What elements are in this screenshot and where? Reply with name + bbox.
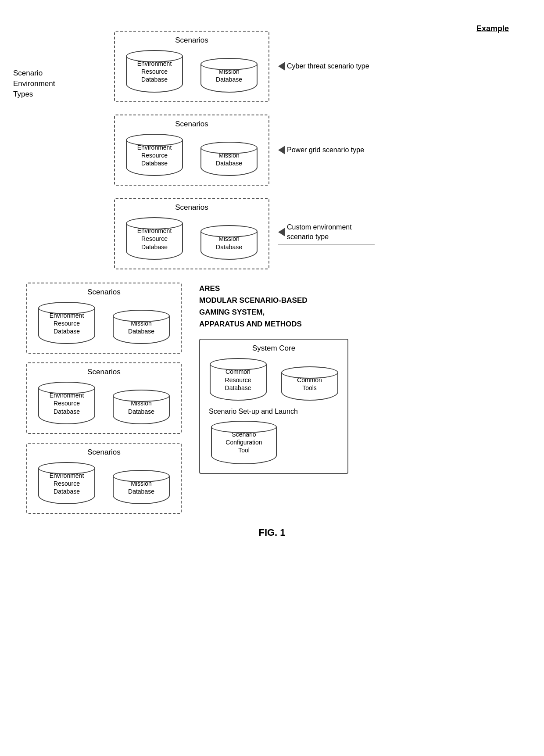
db-cylinder-common-tools: Common Tools [280,366,339,401]
scenario-row-3: Scenarios Environment Resource Database … [114,198,518,269]
cyl-top-4b [113,310,170,322]
arrow-left-1 [278,62,285,71]
db-pair-6: Environment Resource Database Mission Da… [36,462,172,505]
arrow-left-2 [278,146,285,154]
db-cylinder-common-resource: Common Resource Database [209,358,267,401]
db-cylinder-mission-3: Mission Database [198,225,260,259]
db-cylinder-env-6: Environment Resource Database [36,462,97,505]
db-cylinder-env-3: Environment Resource Database [124,217,185,260]
scenario-box-3: Scenarios Environment Resource Database … [114,198,269,269]
fig-label: FIG. 1 [26,527,518,538]
db-cylinder-env-2: Environment Resource Database [124,134,185,176]
cyl-top-6a [38,462,95,474]
cyl-top-2a [126,134,183,146]
db-pair-1: Environment Resource Database Mission Da… [124,50,260,93]
scenario-box-5: Scenarios Environment Resource Database … [26,362,182,434]
db-cylinder-env-4: Environment Resource Database [36,302,97,344]
scenario-note-2: Power grid scenario type [278,146,364,154]
db-cylinder-env-5: Environment Resource Database [36,382,97,424]
db-pair-4: Environment Resource Database Mission Da… [36,302,172,344]
cyl-top-1a [126,50,183,62]
db-cylinder-mission-6: Mission Database [111,470,172,504]
bottom-section: Scenarios Environment Resource Database … [26,283,518,514]
bottom-right: ARES MODULAR SCENARIO-BASED GAMING SYSTE… [199,283,518,514]
scenario-box-2: Scenarios Environment Resource Database … [114,115,269,186]
scenario-box-6: Scenarios Environment Resource Database … [26,443,182,514]
db-cylinder-mission-5: Mission Database [111,390,172,424]
cyl-top-2b [200,142,258,154]
db-cylinder-env-1: Environment Resource Database [124,50,185,93]
cyl-top-3a [126,217,183,229]
scenario-env-types-label: Scenario Environment Types [13,68,55,99]
db-pair-2: Environment Resource Database Mission Da… [124,134,260,176]
scenario-box-1-title: Scenarios [124,36,260,45]
scenario-row-2: Scenarios Environment Resource Database … [114,115,518,186]
db-cylinder-config-tool: Scenario Configuration Tool [209,421,279,464]
cyl-top-1b [200,58,258,70]
scenario-note-1: Cyber threat scenario type [278,62,369,71]
scenario-box-4-title: Scenarios [36,288,172,297]
scenario-note-3-text: Custom environment scenario type [287,222,352,242]
scenario-note-2-text: Power grid scenario type [287,146,364,154]
cyl-top-config [211,421,277,433]
db-cylinder-mission-4: Mission Database [111,310,172,344]
system-core-title: System Core [209,344,339,353]
scenario-row-1: Scenarios Environment Resource Database … [114,31,518,102]
scenario-note-1-text: Cyber threat scenario type [287,62,369,70]
scenario-setup-label: Scenario Set-up and Launch [209,408,339,416]
db-cylinder-mission-2: Mission Database [198,142,260,176]
scenario-box-3-title: Scenarios [124,203,260,212]
cyl-top-6b [113,470,170,482]
scenario-box-2-title: Scenarios [124,120,260,129]
bottom-left: Scenarios Environment Resource Database … [26,283,182,514]
page: Example Scenario Environment Types Scena… [0,0,544,756]
db-pair-5: Environment Resource Database Mission Da… [36,382,172,424]
system-core-box: System Core Common Resource Database Com… [199,339,348,473]
ares-title: ARES MODULAR SCENARIO-BASED GAMING SYSTE… [199,283,518,330]
arrow-left-3 [278,228,285,236]
db-pair-3: Environment Resource Database Mission Da… [124,217,260,260]
top-section: Scenarios Environment Resource Database … [114,31,518,269]
scenario-box-1: Scenarios Environment Resource Database … [114,31,269,102]
db-cylinder-mission-1: Mission Database [198,58,260,92]
cyl-top-4a [38,302,95,314]
db-pair-system-core: Common Resource Database Common Tools [209,358,339,401]
cyl-top-ct [281,366,338,379]
scenario-box-4: Scenarios Environment Resource Database … [26,283,182,354]
scenario-box-6-title: Scenarios [36,448,172,457]
scenario-note-3: Custom environment scenario type [278,222,375,245]
scenario-box-5-title: Scenarios [36,368,172,376]
